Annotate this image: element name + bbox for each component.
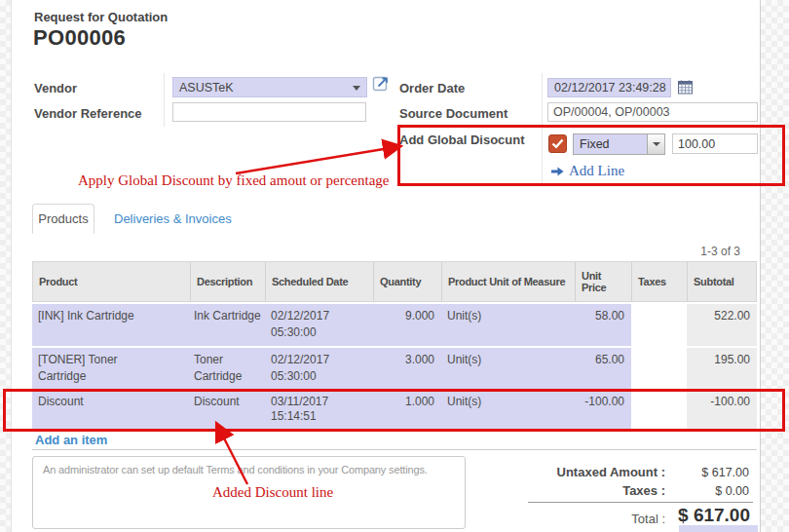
tab-deliveries-invoices[interactable]: Deliveries & Invoices — [114, 211, 232, 226]
order-lines-table: Product Description Scheduled Date Quant… — [32, 261, 757, 429]
table-row-discount[interactable]: Discount Discount 03/11/2017 15:14:51 1.… — [32, 392, 757, 429]
cell-taxes[interactable] — [631, 304, 687, 346]
col-header-subtotal[interactable]: Subtotal — [688, 262, 758, 301]
col-header-taxes[interactable]: Taxes — [632, 262, 688, 301]
total-field-highlight — [679, 525, 758, 532]
cell-description[interactable]: Ink Cartridge — [190, 304, 265, 346]
order-date-label: Order Date — [399, 81, 465, 95]
discount-amount-input[interactable] — [672, 133, 758, 154]
total-label: Total : — [631, 512, 665, 526]
tab-products-label: Products — [38, 211, 88, 226]
global-discount-checkbox[interactable] — [548, 134, 567, 153]
pager[interactable]: 1-3 of 3 — [700, 245, 740, 258]
taxes-value: $ 0.00 — [715, 484, 749, 498]
cell-scheduled-date[interactable]: 02/12/2017 05:30:00 — [265, 348, 373, 390]
col-header-product[interactable]: Product — [33, 262, 191, 301]
col-header-scheduled-date[interactable]: Scheduled Date — [266, 262, 374, 301]
table-row[interactable]: [INK] Ink Cartridge Ink Cartridge 02/12/… — [32, 304, 757, 346]
col-header-unit-price[interactable]: Unit Price — [576, 262, 632, 301]
cell-description[interactable]: Toner Cartridge — [190, 348, 265, 390]
tab-products[interactable]: Products — [32, 204, 94, 234]
cell-subtotal: -100.00 — [687, 392, 757, 429]
cell-description[interactable]: Discount — [190, 392, 265, 429]
table-header-row: Product Description Scheduled Date Quant… — [32, 261, 757, 302]
arrow-right-icon — [551, 167, 564, 176]
cell-quantity[interactable]: 9.000 — [373, 304, 441, 346]
vendor-reference-label: Vendor Reference — [34, 106, 142, 121]
cell-subtotal: 195.00 — [687, 348, 757, 390]
cell-taxes[interactable] — [631, 348, 687, 390]
col-header-description[interactable]: Description — [191, 262, 266, 301]
source-document-input[interactable] — [547, 102, 758, 122]
label-column-divider — [164, 73, 165, 127]
order-date-value: 02/12/2017 23:49:28 — [554, 81, 666, 95]
discount-type-value: Fixed — [574, 134, 647, 154]
section-divider — [32, 449, 757, 450]
dropdown-caret-icon — [353, 86, 360, 91]
taxes-label: Taxes : — [622, 483, 665, 498]
add-an-item-link[interactable]: Add an item — [35, 433, 107, 447]
untaxed-amount-label: Untaxed Amount : — [557, 465, 665, 479]
cell-scheduled-date[interactable]: 02/12/2017 05:30:00 — [265, 304, 373, 346]
rfq-page: Request for Quotation PO00006 Vendor ASU… — [0, 0, 789, 532]
cell-taxes[interactable] — [631, 392, 687, 429]
checkbox-check-icon — [551, 138, 564, 149]
order-date-input[interactable]: 02/12/2017 23:49:28 — [547, 78, 671, 97]
add-line-label: Add Line — [569, 163, 624, 179]
tab-deliveries-label: Deliveries & Invoices — [114, 211, 232, 226]
external-link-icon[interactable] — [372, 74, 391, 93]
terms-and-conditions-textarea[interactable]: An administrator can set up default Term… — [32, 456, 466, 529]
totals-divider — [528, 502, 753, 503]
add-line-link[interactable]: Add Line — [551, 163, 624, 179]
total-value: $ 617.00 — [678, 505, 750, 526]
col-header-quantity[interactable]: Quantity — [374, 262, 442, 301]
cell-uom[interactable]: Unit(s) — [441, 304, 575, 346]
untaxed-amount-value: $ 617.00 — [701, 466, 749, 479]
cell-subtotal: 522.00 — [687, 304, 757, 346]
table-row[interactable]: [TONER] Toner Cartridge Toner Cartridge … — [32, 348, 757, 390]
global-discount-label: Add Global Disocunt — [399, 133, 525, 147]
cell-unit-price[interactable]: 65.00 — [575, 348, 631, 390]
select-button — [647, 134, 664, 154]
cell-unit-price[interactable]: -100.00 — [575, 392, 631, 429]
source-document-label: Source Document — [399, 106, 507, 121]
dropdown-caret-icon — [653, 142, 660, 146]
cell-unit-price[interactable]: 58.00 — [575, 304, 631, 346]
cell-product[interactable]: [INK] Ink Cartridge — [32, 304, 190, 346]
page-title: PO00006 — [33, 25, 126, 51]
cell-uom[interactable]: Unit(s) — [441, 392, 575, 429]
vendor-label: Vendor — [34, 81, 77, 95]
vendor-select-value: ASUSTeK — [179, 81, 234, 95]
discount-type-select[interactable]: Fixed — [573, 133, 665, 155]
col-header-uom[interactable]: Product Unit of Measure — [442, 262, 576, 301]
cell-quantity[interactable]: 1.000 — [373, 392, 441, 429]
label-column-divider — [542, 73, 543, 185]
cell-product[interactable]: Discount — [32, 392, 190, 429]
vendor-select[interactable]: ASUSTeK — [172, 77, 367, 97]
cell-quantity[interactable]: 3.000 — [373, 348, 441, 390]
vendor-reference-input[interactable] — [172, 102, 366, 122]
calendar-icon[interactable] — [678, 80, 693, 95]
cell-scheduled-date[interactable]: 03/11/2017 15:14:51 — [265, 392, 373, 429]
cell-product[interactable]: [TONER] Toner Cartridge — [32, 348, 190, 390]
cell-uom[interactable]: Unit(s) — [441, 348, 575, 390]
document-type-label: Request for Quotation — [34, 10, 168, 24]
